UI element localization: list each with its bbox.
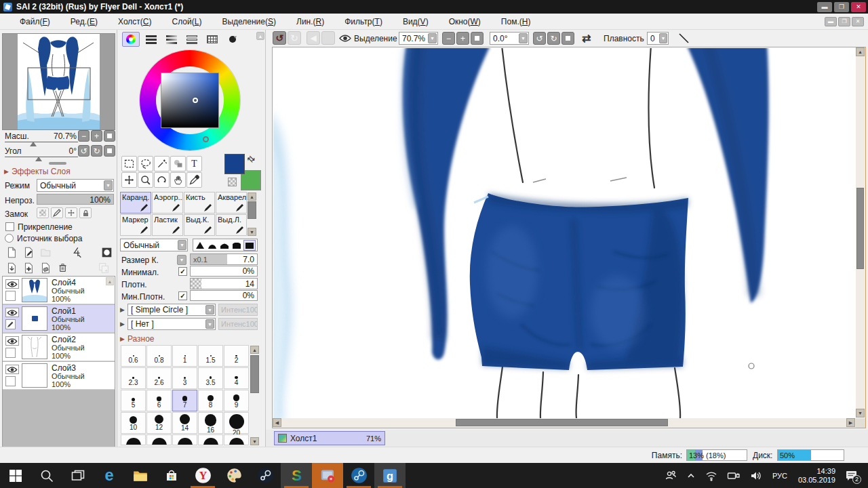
text-tool-button[interactable]: T xyxy=(186,156,202,171)
zoom-tool-button[interactable] xyxy=(138,172,153,188)
selection-source-radio[interactable] xyxy=(5,234,14,243)
delete-layer-button[interactable] xyxy=(55,261,70,274)
menu-item-8[interactable]: Окно(W) xyxy=(439,14,491,30)
brush-scroll-up-button[interactable]: ▲ xyxy=(248,192,256,201)
path-tool-icon[interactable] xyxy=(69,245,84,259)
brush-edge-shape-4[interactable] xyxy=(243,240,256,251)
brush-Аэрогр[interactable]: Аэрогр... xyxy=(152,192,183,214)
canvas-angle-field[interactable]: 0.0°▼ xyxy=(490,32,529,45)
move-tool-button[interactable] xyxy=(121,172,137,188)
brush-size-3.5[interactable]: 3.5 xyxy=(198,367,223,389)
menu-item-2[interactable]: Холст(C) xyxy=(108,14,161,30)
brush-size-0.6[interactable]: 0.6 xyxy=(121,345,146,367)
menu-item-0[interactable]: Файл(F) xyxy=(9,14,60,30)
flip-canvas-icon[interactable]: ⇄ xyxy=(582,32,591,45)
close-button[interactable]: ✕ xyxy=(851,2,866,12)
brush-size-7[interactable]: 7 xyxy=(172,390,197,411)
canvas-artwork[interactable] xyxy=(273,48,856,418)
brush-Ластик[interactable]: Ластик xyxy=(152,214,183,236)
canvas-zoom-field[interactable]: 70.7%▼ xyxy=(399,32,438,45)
taskbar-paint-palette-app[interactable] xyxy=(218,463,250,488)
brush-ВыдЛ[interactable]: Выд.Л. xyxy=(216,214,247,236)
brush-edge-shape-0[interactable] xyxy=(195,241,205,250)
layer-subcheck-box[interactable] xyxy=(5,291,16,301)
brush-edge-shape-2[interactable] xyxy=(219,241,230,250)
history-back-button[interactable]: ◀ xyxy=(307,31,320,45)
new-layer-button[interactable] xyxy=(4,245,19,259)
min-density-slider[interactable]: 0% xyxy=(190,290,258,301)
menu-item-6[interactable]: Фильтр(T) xyxy=(334,14,393,30)
sv-cursor[interactable] xyxy=(193,98,198,103)
rotate-reset-button[interactable] xyxy=(104,145,115,157)
canvas-zoom-in-button[interactable]: + xyxy=(456,32,469,45)
color-tab-rgb-sliders[interactable] xyxy=(142,32,160,47)
brush-size-2[interactable]: 2 xyxy=(224,345,249,367)
color-tab-color-wheel[interactable] xyxy=(122,32,140,47)
taskbar-task-view[interactable] xyxy=(62,463,94,488)
brush-edge-shape-1[interactable] xyxy=(207,241,218,250)
vertical-scroll-thumb[interactable] xyxy=(856,188,864,269)
rotate-cw-button[interactable]: ↻ xyxy=(91,145,102,157)
layer-thumbnail[interactable] xyxy=(22,306,47,331)
copy-merged-button[interactable] xyxy=(96,261,111,274)
color-wheel[interactable] xyxy=(140,50,240,150)
brush-size-0.8[interactable]: 0.8 xyxy=(146,345,172,367)
taskbar-steam-dark-app[interactable] xyxy=(250,463,281,488)
layer-effects-header[interactable]: ▶Эффекты Слоя xyxy=(4,167,71,176)
menu-item-1[interactable]: Ред.(E) xyxy=(60,14,108,30)
brush-shape-dropdown[interactable]: [ Simple Circle ]▼ xyxy=(127,304,216,316)
size-scroll-up-button[interactable]: ▲ xyxy=(250,346,259,354)
rotate-ccw-button[interactable]: ↺ xyxy=(78,145,90,157)
min-size-checkbox[interactable]: ✓ xyxy=(178,267,187,276)
brush-size-partial[interactable] xyxy=(172,434,197,445)
taskbar-windows-start[interactable] xyxy=(0,463,31,488)
lock-all-button[interactable] xyxy=(79,207,92,218)
doc-minimize-button[interactable]: ▬ xyxy=(825,17,837,26)
clipping-checkbox[interactable] xyxy=(5,222,14,231)
canvas-zoom-reset-button[interactable] xyxy=(471,32,484,45)
redo-button[interactable]: ↻ xyxy=(288,31,301,45)
eyedropper-tool-button[interactable] xyxy=(186,172,202,188)
doc-close-button[interactable]: ✕ xyxy=(852,17,864,26)
menu-item-9[interactable]: Пом.(H) xyxy=(491,14,541,30)
wifi-icon[interactable] xyxy=(705,470,717,481)
smoothing-field[interactable]: 0▼ xyxy=(647,32,669,45)
misc-header[interactable]: ▶Разное xyxy=(120,334,155,344)
brush-blend-mode-dropdown[interactable]: Обычный▼ xyxy=(120,239,188,251)
color-tab-scratchpad[interactable] xyxy=(224,32,241,47)
brush-size-unit-dropdown[interactable]: ▼ xyxy=(177,255,186,265)
density-slider[interactable]: 14 xyxy=(190,278,258,289)
blend-mode-dropdown[interactable]: Обычный▼ xyxy=(37,179,114,192)
people-icon[interactable] xyxy=(665,470,677,482)
minimize-button[interactable]: ▬ xyxy=(817,2,832,12)
doc-restore-button[interactable]: ❐ xyxy=(838,17,850,26)
network-plug-icon[interactable] xyxy=(727,470,741,481)
brush-scrollbar-thumb[interactable] xyxy=(248,201,256,219)
panel-divider-handle[interactable] xyxy=(49,162,66,165)
transparent-color-swatch[interactable] xyxy=(228,178,237,186)
canvas-horizontal-scrollbar[interactable]: ◀ ▶ xyxy=(273,418,856,428)
document-tab[interactable]: Холст1 71% xyxy=(274,431,385,445)
lock-pixels-button[interactable] xyxy=(51,207,63,218)
brush-size-1.5[interactable]: 1.5 xyxy=(198,345,223,367)
canvas-zoom-out-button[interactable]: − xyxy=(442,32,455,45)
min-density-checkbox[interactable]: ✓ xyxy=(178,291,187,300)
brush-size-12[interactable]: 12 xyxy=(146,412,172,434)
layer-row-Слой4[interactable]: Слой4Обычный100% xyxy=(3,277,115,304)
new-lineart-layer-button[interactable] xyxy=(21,245,36,259)
color-tab-swatch-grid[interactable] xyxy=(203,32,221,47)
brush-size-2.3[interactable]: 2.3 xyxy=(121,367,146,389)
taskbar-sai2-app[interactable] xyxy=(312,463,343,488)
history-forward-button[interactable] xyxy=(321,31,335,45)
taskbar-edge-app[interactable]: e xyxy=(94,463,125,488)
horizontal-scroll-thumb[interactable] xyxy=(456,419,668,426)
brush-size-9[interactable]: 9 xyxy=(224,390,249,411)
layer-thumbnail[interactable] xyxy=(22,278,47,302)
brush-size-3[interactable]: 3 xyxy=(172,367,197,389)
sv-square[interactable] xyxy=(161,73,219,128)
mask-button[interactable] xyxy=(99,245,114,259)
rotate-tool-button[interactable] xyxy=(154,172,170,188)
marquee-tool-button[interactable] xyxy=(121,156,137,171)
undo-button[interactable]: ↺ xyxy=(273,31,286,45)
color-tab-hsv-sliders[interactable] xyxy=(163,32,180,47)
